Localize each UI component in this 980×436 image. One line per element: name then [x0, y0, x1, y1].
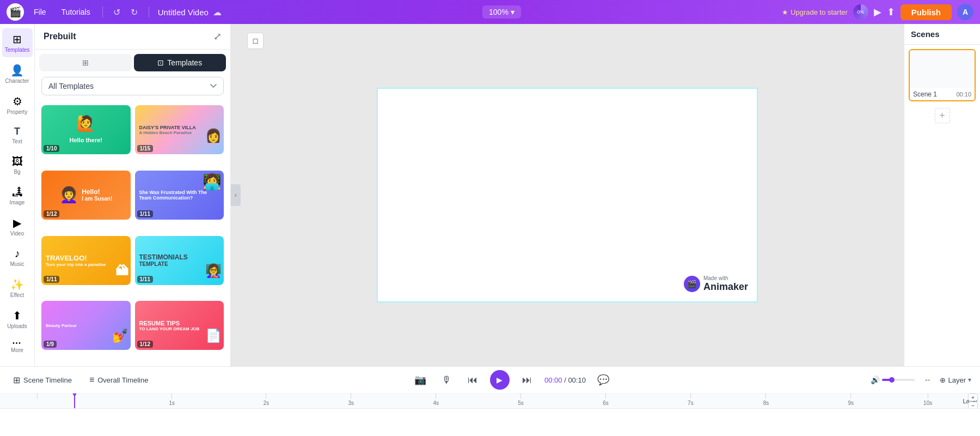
templates-filter-dropdown[interactable]: All Templates Business Education Social …: [41, 77, 224, 95]
ruler-mark-2s: 2s: [264, 393, 270, 406]
sidebar-item-templates[interactable]: ⊞ Templates: [2, 28, 33, 57]
camera-button[interactable]: 📷: [412, 371, 429, 389]
collapse-panel-button[interactable]: ‹: [231, 184, 241, 206]
sidebar-label-video: Video: [10, 231, 24, 237]
canvas-top-button[interactable]: □: [247, 33, 264, 49]
sidebar-label-effect: Effect: [10, 292, 24, 298]
templates-icon: ⊞: [13, 33, 22, 46]
microphone-button[interactable]: 🎙: [438, 371, 455, 389]
watermark-brand-label: Animaker: [703, 281, 748, 293]
upgrade-label: Upgrade to starter: [791, 8, 848, 16]
image-icon: 🏞: [12, 186, 23, 198]
tab-templates-button[interactable]: ⊡ Templates: [134, 54, 226, 71]
scene-thumbnail-1: [910, 50, 975, 88]
sidebar-item-character[interactable]: 👤 Character: [2, 59, 33, 88]
skip-back-button[interactable]: ⏮: [464, 371, 481, 389]
watermark-text-group: Made with Animaker: [703, 275, 748, 293]
volume-slider: 🔊: [871, 376, 915, 384]
template-card-4[interactable]: She Was Frustrated With The Team Communi…: [135, 171, 224, 220]
publish-button[interactable]: Publish: [901, 4, 952, 20]
play-preview-icon[interactable]: ▶: [874, 6, 881, 18]
volume-track[interactable]: [882, 379, 915, 381]
undo-redo-group: ↺ ↻: [109, 4, 142, 20]
skip-forward-button[interactable]: ⏭: [518, 371, 536, 389]
template-card-5[interactable]: TRAVELGO! Turn your trip into a paradise…: [41, 236, 131, 285]
template-card-8[interactable]: RESUME TIPS TO LAND YOUR DREAM JOB 📄 1/1…: [135, 301, 224, 350]
playhead[interactable]: [74, 393, 75, 408]
ruler-mark-1s: 1s: [169, 393, 175, 406]
add-scene-button[interactable]: +: [935, 108, 950, 123]
ruler-mark-4s: 4s: [433, 393, 439, 406]
sidebar-label-text: Text: [12, 138, 22, 144]
sidebar-item-property[interactable]: ⚙ Property: [2, 90, 33, 119]
sidebar-label-music: Music: [10, 261, 24, 267]
captions-button[interactable]: 💬: [595, 371, 612, 389]
sidebar-item-more[interactable]: ••• More: [2, 336, 33, 358]
video-title[interactable]: Untitled Video: [158, 8, 209, 17]
overall-timeline-tab[interactable]: ≡ Overall Timeline: [85, 373, 153, 387]
panel-expand-button[interactable]: ⤢: [213, 31, 222, 43]
save-icon[interactable]: ☁: [213, 7, 222, 17]
sidebar-item-video[interactable]: ▶ Video: [2, 212, 33, 241]
upgrade-button[interactable]: ★ Upgrade to starter: [782, 8, 848, 16]
character-icon: 👤: [10, 64, 24, 77]
sidebar-item-music[interactable]: ♪ Music: [2, 243, 33, 271]
watermark-made-label: Made with: [703, 275, 748, 281]
template-card-6[interactable]: TESTIMONIALS TEMPLATE 👩‍🏫 1/11: [135, 236, 224, 285]
scene-item-1[interactable]: Scene 1 00:10: [909, 49, 976, 101]
sidebar-item-image[interactable]: 🏞 Image: [2, 181, 33, 210]
scenes-header: Scenes: [904, 24, 980, 45]
divider-1: [102, 7, 103, 17]
scenes-panel: Scenes Scene 1 00:10 +: [904, 24, 980, 366]
redo-button[interactable]: ↻: [127, 4, 142, 20]
sidebar-label-property: Property: [7, 109, 28, 115]
main-area: ⊞ Templates 👤 Character ⚙ Property T Tex…: [0, 24, 980, 366]
panel-dropdown: All Templates Business Education Social …: [41, 77, 224, 95]
zoom-value: 100%: [489, 8, 509, 16]
canvas-area: ‹ □ 🎬 Made with Animaker: [231, 24, 904, 366]
tab-grid-button[interactable]: ⊞: [39, 54, 132, 71]
play-button[interactable]: ▶: [490, 370, 510, 390]
template-badge-2: 1/15: [137, 145, 153, 152]
scene-timeline-tab[interactable]: ⊞ Scene Timeline: [9, 373, 76, 387]
divider-2: [149, 7, 149, 17]
template-badge-5: 1/11: [44, 276, 59, 283]
ruler-mark-9s: 9s: [848, 393, 854, 406]
current-time: 00:00: [544, 376, 562, 384]
sidebar-label-templates: Templates: [5, 47, 30, 53]
templates-panel: Prebuilt ⤢ ⊞ ⊡ Templates All Templates B…: [35, 24, 231, 366]
topbar: 🎬 File Tutorials ↺ ↻ Untitled Video ☁ 10…: [0, 0, 980, 24]
sidebar-item-bg[interactable]: 🖼 Bg: [2, 151, 33, 179]
undo-button[interactable]: ↺: [109, 4, 125, 20]
share-icon[interactable]: ⬆: [887, 6, 895, 18]
file-menu[interactable]: File: [28, 5, 52, 19]
panel-title: Prebuilt: [44, 32, 76, 41]
uploads-icon: ⬆: [13, 309, 22, 322]
star-icon: ★: [782, 8, 788, 16]
timeline-zoom-in-button[interactable]: +: [968, 393, 978, 401]
effect-icon: ✨: [10, 278, 24, 291]
scene-info-1: Scene 1 00:10: [910, 88, 975, 100]
template-card-3[interactable]: 👩‍🦱 Hello! I am Susan! 1/12: [41, 171, 131, 220]
template-card-1[interactable]: 🙋 Hello there! 1/10: [41, 105, 131, 154]
canvas-frame[interactable]: 🎬 Made with Animaker: [377, 88, 758, 302]
expand-icon[interactable]: ↔: [923, 376, 931, 384]
template-card-7[interactable]: Beauty Parlour 💅 1/9: [41, 301, 131, 350]
sidebar-item-uploads[interactable]: ⬆ Uploads: [2, 305, 33, 334]
sidebar-item-text[interactable]: T Text: [2, 122, 33, 149]
time-display: 00:00 / 00:10: [544, 376, 586, 384]
tutorials-menu[interactable]: Tutorials: [56, 5, 96, 19]
video-icon: ▶: [13, 216, 21, 229]
volume-thumb[interactable]: [889, 377, 895, 383]
topbar-center: 100% ▾: [226, 5, 777, 19]
progress-ring[interactable]: 0%: [853, 4, 868, 20]
template-card-2[interactable]: DAISY'S PRIVATE VILLA A Hidden Beach Par…: [135, 105, 224, 154]
ruler-mark-8s: 8s: [763, 393, 769, 406]
templates-tab-icon: ⊡: [157, 58, 164, 67]
watermark: 🎬 Made with Animaker: [684, 275, 748, 293]
sidebar-item-effect[interactable]: ✨ Effect: [2, 274, 33, 302]
user-avatar[interactable]: A: [957, 4, 973, 20]
timeline-zoom-out-button[interactable]: −: [968, 402, 978, 409]
zoom-control[interactable]: 100% ▾: [482, 5, 521, 19]
scene-time-1: 00:10: [956, 91, 971, 98]
